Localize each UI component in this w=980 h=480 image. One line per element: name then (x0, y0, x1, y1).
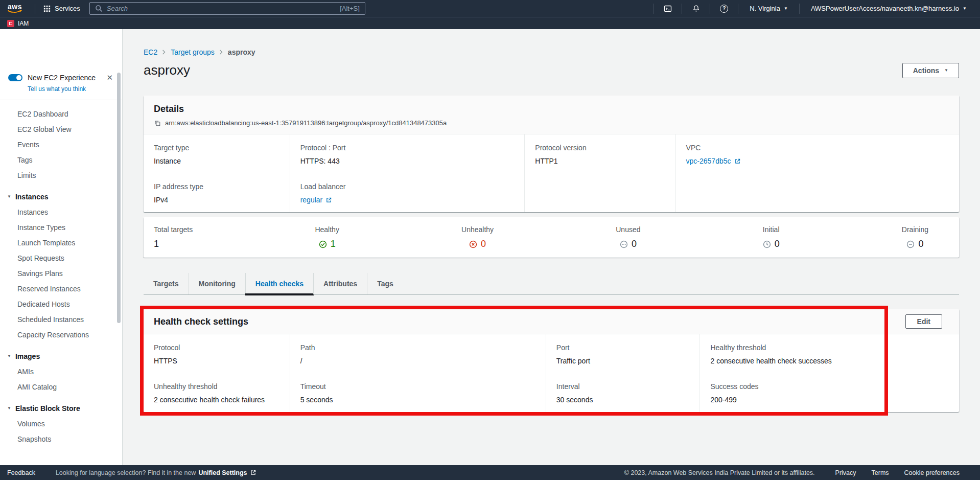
sidebar-item-volumes[interactable]: Volumes (0, 416, 122, 431)
details-card: Details arn:aws:elasticloadbalancing:us-… (144, 96, 959, 212)
unified-settings-link[interactable]: Unified Settings (198, 469, 247, 476)
sidebar-item-reserved-instances[interactable]: Reserved Instances (0, 281, 122, 296)
tab-attributes[interactable]: Attributes (313, 273, 367, 294)
sidebar-item-capacity-reservations[interactable]: Capacity Reservations (0, 327, 122, 342)
global-search-box[interactable]: [Alt+S] (89, 2, 365, 15)
stat-total-targets: Total targets 1 (154, 225, 193, 249)
stat-initial: Initial 0 (763, 225, 780, 249)
services-menu-button[interactable]: Services (40, 3, 83, 14)
sidebar-item-dedicated-hosts[interactable]: Dedicated Hosts (0, 296, 122, 312)
account-label: AWSPowerUserAccess/navaneeth.kn@harness.… (811, 5, 959, 12)
aws-logo-text: aws (8, 4, 22, 10)
health-check-settings-card: Health check settings Edit Protocol HTTP… (144, 309, 959, 412)
recent-service-iam[interactable]: IAM (7, 20, 29, 27)
sidebar-item-launch-templates[interactable]: Launch Templates (0, 235, 122, 250)
tab-targets[interactable]: Targets (144, 273, 189, 294)
cookie-preferences-link[interactable]: Cookie preferences (904, 469, 960, 476)
nav-divider (799, 4, 800, 14)
breadcrumb: EC2 Target groups asproxy (144, 48, 959, 56)
services-grid-icon (43, 5, 51, 12)
recent-services-bar: IAM (0, 17, 980, 29)
details-grid: Target type Instance Protocol : Port HTT… (144, 134, 959, 212)
external-link-icon (734, 158, 741, 165)
iam-label: IAM (18, 20, 29, 27)
sidebar-item-tags[interactable]: Tags (0, 152, 122, 168)
chevron-right-icon (162, 49, 166, 55)
account-menu[interactable]: AWSPowerUserAccess/navaneeth.kn@harness.… (805, 5, 973, 12)
stat-draining: Draining 0 (902, 225, 928, 249)
terms-link[interactable]: Terms (872, 469, 889, 476)
nav-divider (710, 4, 710, 14)
nav-divider (738, 4, 738, 14)
empty-cell (675, 173, 959, 212)
field-hc-healthy-threshold: Healthy threshold 2 consecutive health c… (699, 334, 959, 373)
feedback-link[interactable]: Tell us what you think (28, 85, 115, 93)
sidebar-item-limits[interactable]: Limits (0, 168, 122, 183)
field-hc-protocol: Protocol HTTPS (144, 334, 290, 373)
cloudshell-button[interactable] (659, 3, 676, 15)
sidebar-item-amis[interactable]: AMIs (0, 364, 122, 379)
sidebar-item-instances[interactable]: Instances (0, 204, 122, 220)
details-title: Details (154, 103, 949, 115)
field-ip-address-type: IP address type IPv4 (144, 173, 290, 212)
tab-health-checks[interactable]: Health checks (245, 273, 313, 294)
sidebar-item-ami-catalog[interactable]: AMI Catalog (0, 379, 122, 395)
help-button[interactable]: ? (715, 3, 733, 15)
caret-down-icon: ▼ (7, 406, 11, 410)
chevron-right-icon (219, 49, 223, 55)
new-experience-title: New EC2 Experience (28, 74, 96, 82)
edit-button[interactable]: Edit (905, 314, 942, 329)
field-protocol-port: Protocol : Port HTTPS: 443 (290, 134, 525, 173)
health-check-settings-title: Health check settings (154, 315, 248, 328)
field-vpc: VPC vpc-2657db5c (675, 134, 959, 173)
vpc-link[interactable]: vpc-2657db5c (686, 157, 731, 165)
privacy-link[interactable]: Privacy (835, 469, 856, 476)
copy-arn-button[interactable] (154, 120, 161, 127)
actions-button[interactable]: Actions ▼ (902, 63, 959, 78)
sidebar-nav: EC2 Dashboard EC2 Global View Events Tag… (0, 100, 122, 447)
target-status-summary: Total targets 1 Healthy 1 Unhealthy (144, 217, 959, 258)
console-footer: Feedback Looking for language selection?… (0, 465, 980, 480)
caret-down-icon: ▼ (7, 195, 11, 199)
empty-cell (524, 173, 675, 212)
load-balancer-link[interactable]: regular (300, 196, 323, 204)
notifications-button[interactable] (687, 3, 705, 15)
region-selector[interactable]: N. Virginia ▼ (743, 5, 794, 12)
sidebar-item-ec2-global-view[interactable]: EC2 Global View (0, 122, 122, 137)
sidebar-item-snapshots[interactable]: Snapshots (0, 431, 122, 447)
details-card-header: Details arn:aws:elasticloadbalancing:us-… (144, 96, 959, 134)
field-target-type: Target type Instance (144, 134, 290, 173)
field-protocol-version: Protocol version HTTP1 (524, 134, 675, 173)
sidebar-scrollbar[interactable] (117, 73, 121, 323)
sidebar-section-instances[interactable]: ▼ Instances (0, 189, 122, 204)
sidebar-item-instance-types[interactable]: Instance Types (0, 220, 122, 235)
iam-service-icon (7, 20, 14, 27)
nav-divider (682, 4, 682, 14)
field-hc-success-codes: Success codes 200-499 (699, 373, 959, 412)
caret-down-icon: ▼ (963, 7, 967, 11)
aws-logo[interactable]: aws (7, 4, 22, 14)
breadcrumb-target-groups[interactable]: Target groups (171, 48, 215, 56)
help-icon: ? (720, 5, 728, 13)
nav-divider (35, 4, 35, 14)
external-link-icon (325, 197, 332, 203)
sidebar-section-images[interactable]: ▼ Images (0, 349, 122, 364)
ec2-sidebar: New EC2 Experience ✕ Tell us what you th… (0, 29, 123, 465)
close-icon[interactable]: ✕ (104, 72, 115, 83)
copyright-text: © 2023, Amazon Web Services India Privat… (624, 469, 815, 476)
tab-monitoring[interactable]: Monitoring (189, 273, 245, 294)
breadcrumb-ec2[interactable]: EC2 (144, 48, 157, 56)
stat-unused: Unused 0 (616, 225, 640, 249)
sidebar-item-ec2-dashboard[interactable]: EC2 Dashboard (0, 106, 122, 122)
bell-icon (692, 5, 700, 12)
sidebar-item-spot-requests[interactable]: Spot Requests (0, 250, 122, 266)
sidebar-item-scheduled-instances[interactable]: Scheduled Instances (0, 312, 122, 327)
feedback-button[interactable]: Feedback (7, 469, 35, 476)
sidebar-section-elastic-block-store[interactable]: ▼ Elastic Block Store (0, 401, 122, 416)
breadcrumb-current: asproxy (228, 48, 255, 56)
search-input[interactable] (107, 5, 336, 12)
new-experience-toggle[interactable] (8, 74, 22, 81)
sidebar-item-events[interactable]: Events (0, 137, 122, 152)
tab-tags[interactable]: Tags (367, 273, 403, 294)
sidebar-item-savings-plans[interactable]: Savings Plans (0, 266, 122, 281)
